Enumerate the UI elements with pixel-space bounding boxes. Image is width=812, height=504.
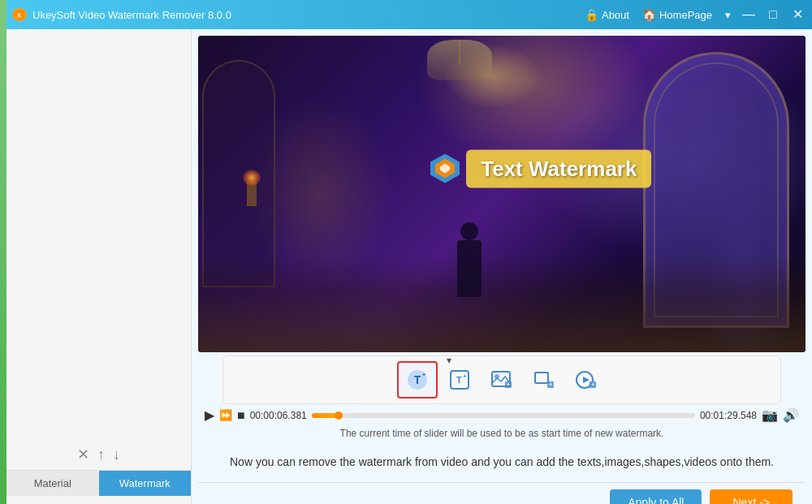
chandelier-shape — [427, 40, 492, 80]
svg-text:+: + — [549, 381, 552, 387]
add-video-button[interactable]: + — [566, 361, 607, 398]
apply-to-all-button[interactable]: Apply to All — [610, 489, 702, 504]
home-icon: 🏠 — [642, 8, 656, 21]
add-shape-button[interactable]: + — [524, 361, 564, 398]
add-text-watermark-button[interactable]: T + — [397, 361, 438, 398]
bottom-bar: Apply to All Next -> — [198, 482, 806, 504]
homepage-label: HomePage — [659, 9, 712, 21]
playback-bar: ▶ ⏩ ■ 00:00:06.381 00:01:29.548 📷 🔊 — [198, 404, 806, 426]
play-button[interactable]: ▶ — [205, 407, 214, 423]
chevron-down-icon: ▾ — [725, 9, 731, 21]
tab-watermark[interactable]: Watermark — [99, 471, 192, 496]
watermark-badge: Text Watermark — [466, 149, 651, 187]
homepage-link[interactable]: 🏠 HomePage — [642, 8, 712, 21]
delete-item-button[interactable]: ✕ — [77, 446, 89, 463]
about-link[interactable]: 🔒 About — [585, 8, 629, 21]
svg-text:T: T — [414, 373, 421, 386]
left-arch — [202, 60, 275, 287]
video-player: Text Watermark — [198, 36, 806, 352]
volume-button[interactable]: 🔊 — [783, 407, 799, 423]
sidebar-actions: ✕ ↑ ↓ — [6, 439, 191, 470]
add-text-button[interactable]: T + — [439, 361, 480, 398]
move-down-button[interactable]: ↓ — [113, 446, 120, 463]
svg-text:K: K — [17, 11, 22, 19]
svg-text:+: + — [591, 381, 594, 387]
playback-hint: The current time of slider will be used … — [198, 426, 806, 442]
about-label: About — [602, 9, 629, 21]
toolbar-row: ▾ T + T + — [222, 355, 781, 404]
dropdown-btn[interactable]: ▾ — [725, 9, 731, 21]
lock-icon: 🔒 — [585, 8, 598, 21]
app-logo: K — [11, 6, 28, 23]
left-border — [0, 0, 6, 504]
add-image-button[interactable]: + — [482, 361, 522, 398]
svg-text:+: + — [507, 381, 510, 387]
step-forward-button[interactable]: ⏩ — [219, 409, 232, 421]
svg-rect-15 — [535, 373, 548, 383]
main-container: ✕ ↑ ↓ Material Watermark — [0, 29, 812, 504]
title-bar: K UkeySoft Video Watermark Remover 8.0.0… — [0, 0, 812, 29]
sidebar: ✕ ↑ ↓ Material Watermark — [6, 29, 192, 504]
next-button[interactable]: Next -> — [710, 489, 793, 504]
tab-material[interactable]: Material — [6, 471, 99, 496]
torch-left — [247, 182, 257, 206]
move-up-button[interactable]: ↑ — [97, 446, 105, 463]
maximize-button[interactable]: □ — [765, 8, 781, 21]
close-button[interactable]: ✕ — [789, 8, 806, 21]
titlebar-nav: 🔒 About 🏠 HomePage ▾ — [585, 8, 731, 21]
watermark-text: Text Watermark — [481, 156, 637, 181]
corridor-floor — [198, 255, 806, 352]
tab-area: Material Watermark — [6, 470, 191, 496]
svg-text:T: T — [456, 375, 462, 385]
window-controls: — □ ✕ — [741, 8, 806, 21]
svg-text:+: + — [422, 371, 426, 378]
progress-thumb — [335, 411, 343, 420]
watermark-overlay: Text Watermark — [429, 149, 651, 187]
content-area: Text Watermark ▾ T + T — [192, 29, 812, 504]
video-background: Text Watermark — [198, 36, 806, 352]
svg-text:+: + — [463, 373, 467, 380]
end-time-display: 00:01:29.548 — [700, 410, 757, 421]
dropdown-caret-icon: ▾ — [447, 355, 451, 366]
minimize-button[interactable]: — — [741, 8, 757, 21]
app-title: UkeySoft Video Watermark Remover 8.0.0 — [32, 9, 585, 21]
progress-bar[interactable] — [312, 413, 695, 418]
stop-button[interactable]: ■ — [237, 408, 245, 423]
current-time-display: 00:00:06.381 — [250, 410, 307, 421]
camera-button[interactable]: 📷 — [762, 407, 778, 423]
bottom-message: Now you can remove the watermark from vi… — [198, 442, 806, 482]
character — [453, 222, 486, 287]
